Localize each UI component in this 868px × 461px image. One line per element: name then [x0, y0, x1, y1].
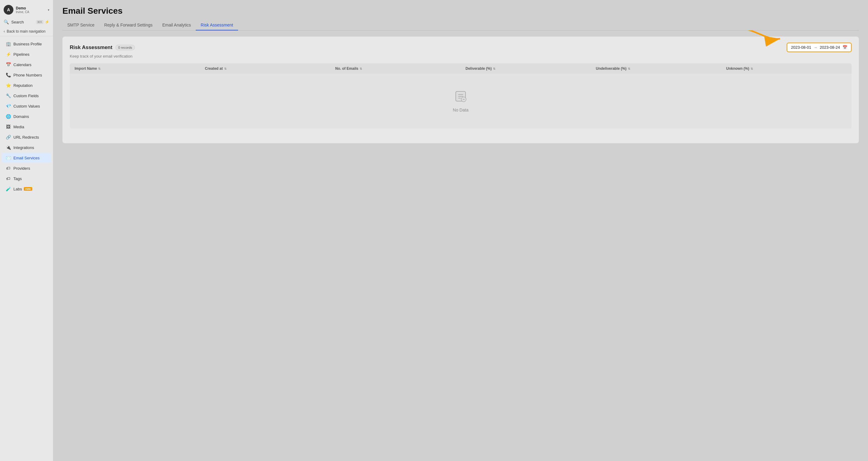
back-nav-label: Back to main navigation — [7, 29, 45, 33]
sidebar: A Demo Irvine, CA ▾ 🔍 Search ⌘K ⚡ ‹ Back… — [0, 0, 53, 461]
nav-item-integrations[interactable]: 🔌 Integrations — [2, 143, 51, 152]
reputation-icon: ⭐ — [5, 83, 11, 88]
nav-label-integrations: Integrations — [13, 145, 34, 150]
nav-item-pipelines[interactable]: ⚡ Pipelines — [2, 49, 51, 59]
avatar: A — [4, 5, 13, 15]
records-badge: 0 records — [115, 45, 135, 50]
nav-label-media: Media — [13, 125, 24, 129]
phone-numbers-icon: 📞 — [5, 72, 11, 78]
nav-item-calendars[interactable]: 📅 Calendars — [2, 60, 51, 69]
labs-new-badge: new — [24, 187, 32, 191]
tab-smtp-service[interactable]: SMTP Service — [62, 20, 99, 30]
page-header: Email Services SMTP Service Reply & Forw… — [53, 0, 868, 30]
th-import-name: Import Name ⇅ — [70, 63, 200, 74]
panel-header: Risk Assessment 0 records 202 — [70, 42, 851, 52]
labs-icon: 🧪 — [5, 186, 11, 192]
sidebar-top: A Demo Irvine, CA ▾ 🔍 Search ⌘K ⚡ ‹ Back… — [0, 0, 53, 39]
nav-label-tags: Tags — [13, 176, 22, 181]
nav-label-reputation: Reputation — [13, 83, 33, 88]
sort-icon-undeliverable[interactable]: ⇅ — [628, 67, 630, 70]
no-data-icon — [455, 90, 467, 105]
date-range-picker[interactable]: 2023-08-01 → 2023-08-24 📅 — [787, 42, 851, 52]
nav-item-reputation[interactable]: ⭐ Reputation — [2, 81, 51, 90]
nav-item-url-redirects[interactable]: 🔗 URL Redirects — [2, 132, 51, 142]
url-redirects-icon: 🔗 — [5, 134, 11, 140]
search-shortcut: ⌘K — [36, 20, 43, 24]
main-content: Email Services SMTP Service Reply & Forw… — [53, 0, 868, 461]
search-icon: 🔍 — [4, 20, 9, 24]
nav-item-custom-values[interactable]: 💎 Custom Values — [2, 101, 51, 111]
sort-icon-unknown[interactable]: ⇅ — [750, 67, 753, 70]
data-table: Import Name ⇅ Created at ⇅ No. of Emails… — [70, 63, 851, 128]
th-unknown: Unknown (%) ⇅ — [721, 63, 851, 74]
risk-assessment-panel: Risk Assessment 0 records 202 — [62, 36, 859, 143]
panel-subtitle: Keep track of your email verification — [70, 54, 851, 58]
nav-label-custom-values: Custom Values — [13, 104, 40, 109]
domains-icon: 🌐 — [5, 114, 11, 119]
nav-item-phone-numbers[interactable]: 📞 Phone Numbers — [2, 70, 51, 80]
custom-values-icon: 💎 — [5, 103, 11, 109]
back-to-main-nav[interactable]: ‹ Back to main navigation — [0, 27, 53, 36]
nav-label-business-profile: Business Profile — [13, 42, 42, 46]
yellow-arrow-annotation — [727, 30, 787, 47]
user-info: Demo Irvine, CA — [16, 6, 48, 14]
user-profile-row[interactable]: A Demo Irvine, CA ▾ — [0, 3, 53, 17]
tags-icon: 🏷 — [5, 176, 11, 181]
nav-item-labs[interactable]: 🧪 Labs new — [2, 184, 51, 194]
lightning-icon: ⚡ — [45, 20, 49, 24]
pipelines-icon: ⚡ — [5, 52, 11, 57]
th-undeliverable: Undeliverable (%) ⇅ — [591, 63, 721, 74]
th-created-at: Created at ⇅ — [200, 63, 330, 74]
nav-item-media[interactable]: 🖼 Media — [2, 122, 51, 132]
search-label: Search — [11, 20, 36, 24]
tab-risk-assessment[interactable]: Risk Assessment — [196, 20, 238, 30]
date-range-arrow-icon: → — [814, 46, 817, 50]
content-area: Risk Assessment 0 records 202 — [53, 30, 868, 461]
back-arrow-icon: ‹ — [4, 29, 5, 33]
email-services-icon: ✉️ — [5, 155, 11, 161]
sort-icon-created-at[interactable]: ⇅ — [224, 67, 226, 70]
nav-item-email-services[interactable]: ✉️ Email Services — [2, 153, 51, 163]
user-name: Demo — [16, 6, 48, 10]
custom-fields-icon: 🔧 — [5, 93, 11, 98]
calendar-icon: 📅 — [842, 45, 847, 50]
nav-label-labs: Labs — [13, 187, 22, 191]
date-end-value: 2023-08-24 — [820, 45, 840, 50]
nav-label-calendars: Calendars — [13, 62, 31, 67]
media-icon: 🖼 — [5, 124, 11, 129]
page-title: Email Services — [62, 6, 859, 16]
tab-reply-forward[interactable]: Reply & Forward Settings — [99, 20, 157, 30]
no-data-text: No Data — [453, 108, 468, 112]
sort-icon-no-of-emails[interactable]: ⇅ — [360, 67, 362, 70]
user-location: Irvine, CA — [16, 10, 48, 14]
panel-title: Risk Assessment — [70, 45, 112, 51]
integrations-icon: 🔌 — [5, 145, 11, 150]
nav-label-phone-numbers: Phone Numbers — [13, 73, 42, 77]
date-range-container: 2023-08-01 → 2023-08-24 📅 — [787, 42, 851, 52]
nav-item-business-profile[interactable]: 🏢 Business Profile — [2, 39, 51, 49]
sort-icon-import-name[interactable]: ⇅ — [98, 67, 100, 70]
th-no-of-emails: No. of Emails ⇅ — [330, 63, 461, 74]
business-profile-icon: 🏢 — [5, 41, 11, 47]
nav-label-domains: Domains — [13, 114, 29, 119]
calendars-icon: 📅 — [5, 62, 11, 67]
chevron-down-icon: ▾ — [48, 8, 49, 11]
th-deliverable: Deliverable (%) ⇅ — [461, 63, 591, 74]
nav-item-custom-fields[interactable]: 🔧 Custom Fields — [2, 91, 51, 100]
date-start-value: 2023-08-01 — [791, 45, 811, 50]
panel-title-row: Risk Assessment 0 records — [70, 45, 135, 51]
providers-icon: 🏷 — [5, 166, 11, 171]
table-header: Import Name ⇅ Created at ⇅ No. of Emails… — [70, 63, 851, 74]
nav-item-domains[interactable]: 🌐 Domains — [2, 112, 51, 121]
tabs-row: SMTP Service Reply & Forward Settings Em… — [62, 20, 859, 30]
nav-item-providers[interactable]: 🏷 Providers — [2, 163, 51, 173]
nav-item-tags[interactable]: 🏷 Tags — [2, 174, 51, 183]
table-body: No Data — [70, 74, 851, 128]
nav-label-custom-fields: Custom Fields — [13, 93, 39, 98]
nav-label-email-services: Email Services — [13, 156, 39, 160]
tab-email-analytics[interactable]: Email Analytics — [157, 20, 196, 30]
nav-label-providers: Providers — [13, 166, 30, 171]
sort-icon-deliverable[interactable]: ⇅ — [493, 67, 495, 70]
search-bar[interactable]: 🔍 Search ⌘K ⚡ — [0, 18, 53, 26]
nav-label-url-redirects: URL Redirects — [13, 135, 39, 140]
